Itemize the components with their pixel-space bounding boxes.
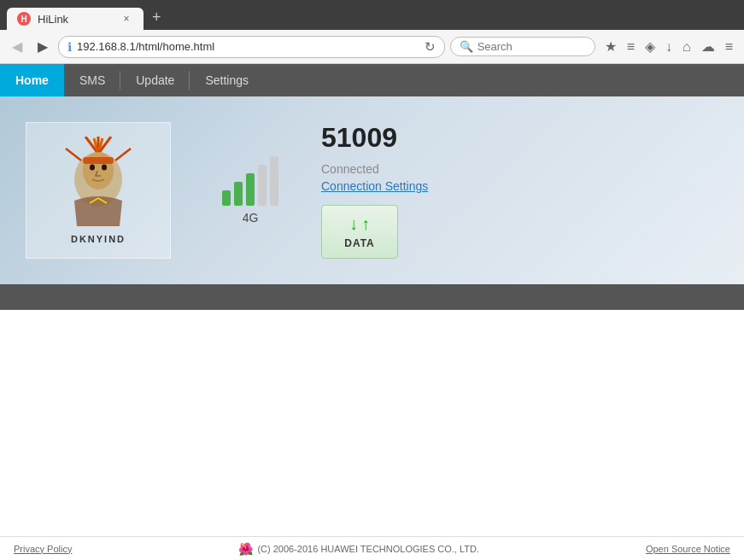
menu-button[interactable]: ≡: [721, 35, 737, 58]
forward-button[interactable]: ▶: [32, 35, 53, 58]
arrow-up-icon: ↑: [361, 214, 370, 234]
tab-favicon: H: [17, 12, 31, 26]
bookmark-button[interactable]: ★: [600, 35, 621, 58]
toolbar: ◀ ▶ ℹ ↻ 🔍 ★ ≡ ◈ ↓ ⌂ ☁ ≡: [0, 30, 744, 64]
nav-bar: Home SMS Update Settings: [0, 64, 744, 96]
arrow-down-icon: ↓: [349, 214, 358, 234]
download-button[interactable]: ↓: [661, 35, 677, 58]
data-button[interactable]: ↓ ↑ DATA: [321, 205, 398, 259]
phone-number: 51009: [321, 122, 701, 154]
footer-center: 🌺 (C) 2006-2016 HUAWEI TECHNOLOGIES CO.,…: [72, 542, 645, 556]
dark-bar: [0, 284, 744, 310]
signal-bar-2: [234, 182, 243, 206]
nav-item-settings[interactable]: Settings: [190, 64, 264, 96]
signal-bar-4: [258, 165, 267, 206]
home-button[interactable]: ⌂: [678, 35, 695, 58]
reader-button[interactable]: ≡: [623, 35, 639, 58]
connection-settings-link[interactable]: Connection Settings: [321, 179, 701, 193]
native-logo: [47, 137, 149, 230]
nav-item-home[interactable]: Home: [0, 64, 64, 96]
toolbar-icons: ★ ≡ ◈ ↓ ⌂ ☁ ≡: [600, 35, 737, 58]
data-arrows: ↓ ↑: [349, 214, 370, 234]
svg-point-9: [90, 165, 95, 171]
footer: Privacy Policy 🌺 (C) 2006-2016 HUAWEI TE…: [0, 536, 744, 560]
active-tab[interactable]: H HiLink ×: [7, 8, 144, 30]
url-bar: ℹ ↻: [58, 36, 445, 58]
nav-item-sms[interactable]: SMS: [64, 64, 120, 96]
privacy-policy-link[interactable]: Privacy Policy: [14, 544, 72, 554]
search-input[interactable]: [477, 40, 571, 53]
browser-chrome: H HiLink × +: [0, 0, 744, 30]
huawei-logo-icon: 🌺: [238, 542, 253, 556]
svg-rect-11: [83, 157, 114, 164]
main-area: DKNYIND 4G 51009 Connected Connection Se…: [0, 96, 744, 284]
info-panel: 51009 Connected Connection Settings ↓ ↑ …: [304, 114, 718, 267]
search-bar: 🔍: [450, 37, 595, 56]
copyright-text: (C) 2006-2016 HUAWEI TECHNOLOGIES CO., L…: [257, 544, 479, 554]
new-tab-button[interactable]: +: [145, 5, 168, 30]
open-source-notice-link[interactable]: Open Source Notice: [646, 544, 730, 554]
sync-button[interactable]: ☁: [697, 35, 719, 58]
svg-point-10: [102, 165, 107, 171]
logo-area: DKNYIND: [26, 122, 171, 259]
tab-bar: H HiLink × +: [7, 5, 737, 30]
back-button[interactable]: ◀: [7, 35, 27, 58]
url-input[interactable]: [77, 40, 419, 53]
svg-line-6: [66, 149, 81, 160]
signal-bar-3: [246, 173, 255, 206]
connection-status: Connected: [321, 162, 701, 176]
signal-bars: [222, 156, 278, 206]
refresh-button[interactable]: ↻: [425, 39, 436, 55]
page-content: Home SMS Update Settings: [0, 64, 744, 540]
info-icon: ℹ: [67, 40, 72, 54]
signal-area: 4G: [205, 156, 278, 225]
network-type: 4G: [243, 211, 259, 225]
svg-line-7: [115, 149, 131, 160]
search-icon: 🔍: [460, 40, 473, 53]
signal-bar-5: [270, 156, 278, 206]
nav-item-update[interactable]: Update: [120, 64, 190, 96]
data-button-label: DATA: [344, 237, 375, 249]
pocket-button[interactable]: ◈: [641, 35, 659, 58]
tab-title: HiLink: [38, 13, 68, 26]
signal-bar-1: [222, 190, 231, 206]
tab-close-button[interactable]: ×: [120, 12, 133, 26]
logo-watermark: DKNYIND: [71, 234, 126, 244]
